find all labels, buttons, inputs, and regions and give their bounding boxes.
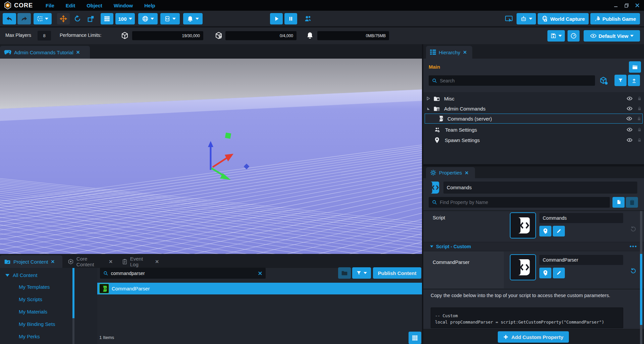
tab-event-log[interactable]: Event Log ✕ bbox=[118, 255, 163, 268]
properties-tab-close-icon[interactable]: ✕ bbox=[465, 170, 469, 176]
triangle-expanded-icon[interactable] bbox=[427, 107, 430, 111]
triangle-collapsed-icon[interactable] bbox=[427, 96, 430, 100]
script-custom-section-header[interactable]: Script - Custom ••• bbox=[423, 242, 644, 251]
minimize-button[interactable] bbox=[613, 3, 619, 8]
publish-content-button[interactable]: Publish Content bbox=[373, 267, 421, 279]
code-snippet-block[interactable]: -- Custom local propCommandParser = scri… bbox=[431, 307, 623, 328]
find-script-in-content-button[interactable] bbox=[539, 226, 551, 236]
menu-edit[interactable]: Edit bbox=[66, 3, 75, 8]
close-button[interactable] bbox=[635, 3, 640, 8]
scale-tool-button[interactable] bbox=[85, 13, 97, 24]
grid-view-button[interactable] bbox=[409, 332, 421, 344]
multiplayer-preview-button[interactable] bbox=[301, 13, 315, 24]
rotate-tool-button[interactable] bbox=[72, 13, 83, 24]
content-filter-dropdown[interactable] bbox=[352, 267, 371, 279]
play-button[interactable] bbox=[270, 13, 283, 24]
menu-window[interactable]: Window bbox=[114, 3, 133, 8]
content-search-field[interactable] bbox=[111, 271, 256, 276]
find-custom-prop-button[interactable] bbox=[539, 268, 551, 278]
export-template-button[interactable] bbox=[628, 75, 640, 86]
redo-button[interactable] bbox=[17, 13, 31, 24]
max-players-field[interactable]: 8 bbox=[38, 31, 51, 41]
hierarchy-filter-button[interactable] bbox=[614, 75, 627, 86]
pause-button[interactable] bbox=[284, 13, 297, 24]
edit-custom-prop-button[interactable] bbox=[553, 268, 565, 278]
content-search-input[interactable] bbox=[100, 268, 266, 279]
hierarchy-search-input[interactable] bbox=[429, 75, 595, 86]
save-dropdown[interactable] bbox=[547, 30, 565, 42]
screen-share-button[interactable] bbox=[502, 13, 515, 24]
tab-core-content[interactable]: Core Content ✕ bbox=[64, 255, 117, 268]
tree-row-admin-commands[interactable]: Admin Commands bbox=[425, 104, 643, 114]
visibility-eye-icon[interactable] bbox=[627, 95, 633, 101]
lock-icon[interactable] bbox=[637, 96, 642, 101]
menu-file[interactable]: File bbox=[46, 3, 54, 8]
sidebar-item-my-perks[interactable]: My Perks bbox=[19, 334, 40, 339]
default-view-dropdown[interactable]: Default View bbox=[584, 30, 640, 42]
bot-tools-dropdown[interactable] bbox=[517, 13, 536, 24]
custom-prop-asset-slot[interactable] bbox=[510, 254, 536, 280]
performance-gauge-button[interactable] bbox=[568, 30, 580, 42]
custom-prop-value-field[interactable]: CommandParser bbox=[539, 255, 623, 265]
visibility-eye-icon[interactable] bbox=[626, 116, 632, 122]
script-asset-slot[interactable] bbox=[510, 212, 536, 238]
script-value-field[interactable]: Commands bbox=[539, 213, 623, 223]
tree-row-commands-server-selected[interactable]: Commands (server) bbox=[425, 114, 643, 124]
publish-game-button[interactable]: Publish Game bbox=[590, 13, 640, 24]
snap-to-grid-button[interactable] bbox=[101, 13, 113, 24]
lock-icon[interactable] bbox=[637, 137, 642, 143]
networked-filter-icon[interactable] bbox=[599, 76, 608, 85]
lock-icon[interactable] bbox=[637, 127, 642, 132]
restore-button[interactable] bbox=[624, 3, 629, 8]
object-name-field[interactable]: Commands bbox=[443, 182, 637, 194]
sidebar-item-my-templates[interactable]: My Templates bbox=[19, 284, 50, 290]
sidebar-item-all-content[interactable]: All Content bbox=[5, 272, 37, 278]
hierarchy-tab[interactable]: Hierarchy ✕ bbox=[426, 46, 472, 59]
viewport-tab[interactable]: Admin Commands Tutorial ✕ bbox=[0, 46, 90, 59]
cinematic-capture-button[interactable] bbox=[629, 61, 641, 73]
viewport-3d-scene[interactable] bbox=[0, 59, 422, 254]
visibility-eye-icon[interactable] bbox=[627, 106, 633, 112]
visibility-eye-icon[interactable] bbox=[627, 127, 633, 133]
lock-icon[interactable] bbox=[637, 106, 642, 111]
gizmo-scale-handle[interactable] bbox=[225, 133, 231, 139]
tree-row-misc[interactable]: Misc bbox=[425, 93, 643, 104]
sidebar-item-my-binding-sets[interactable]: My Binding Sets bbox=[19, 321, 55, 327]
find-property-field[interactable] bbox=[440, 200, 606, 205]
grid-size-dropdown[interactable]: 100 bbox=[115, 13, 135, 24]
selection-mode-dropdown[interactable] bbox=[34, 13, 52, 24]
tab-close-icon[interactable]: ✕ bbox=[109, 259, 113, 264]
tree-row-team-settings[interactable]: Team Settings bbox=[425, 125, 643, 135]
script-generator-dropdown[interactable] bbox=[160, 13, 180, 24]
menu-object[interactable]: Object bbox=[87, 3, 102, 8]
sidebar-item-my-materials[interactable]: My Materials bbox=[19, 309, 47, 315]
open-folder-button[interactable] bbox=[338, 267, 351, 279]
paste-properties-button[interactable] bbox=[626, 197, 638, 208]
properties-scrollbar-thumb[interactable] bbox=[640, 254, 642, 325]
reset-script-icon[interactable] bbox=[630, 226, 637, 232]
move-tool-button[interactable] bbox=[57, 13, 70, 24]
undo-button[interactable] bbox=[3, 13, 16, 24]
content-item-row-selected[interactable]: CommandParser bbox=[97, 283, 422, 294]
tab-close-icon[interactable]: ✕ bbox=[51, 259, 55, 264]
find-property-input[interactable] bbox=[429, 197, 610, 208]
hierarchy-tab-close-icon[interactable]: ✕ bbox=[463, 50, 467, 55]
viewport-tab-close-icon[interactable]: ✕ bbox=[76, 50, 80, 55]
tree-row-spawn-settings[interactable]: Spawn Settings bbox=[425, 135, 643, 145]
sidebar-item-my-scripts[interactable]: My Scripts bbox=[19, 296, 42, 302]
world-capture-button[interactable]: World Capture bbox=[538, 13, 589, 24]
visibility-eye-icon[interactable] bbox=[627, 137, 633, 143]
reset-custom-prop-icon[interactable] bbox=[630, 268, 637, 274]
tab-project-content[interactable]: Project Content ✕ bbox=[0, 255, 62, 268]
hierarchy-search-field[interactable] bbox=[440, 78, 592, 83]
properties-tab[interactable]: Properties ✕ bbox=[426, 167, 475, 178]
copy-properties-button[interactable] bbox=[612, 197, 625, 208]
menu-help[interactable]: Help bbox=[144, 3, 155, 8]
sidebar-scrollbar-thumb[interactable] bbox=[72, 268, 74, 318]
tab-close-icon[interactable]: ✕ bbox=[155, 259, 159, 264]
object-spawn-dropdown[interactable] bbox=[183, 13, 203, 24]
clear-search-icon[interactable] bbox=[258, 271, 262, 276]
section-menu-icon[interactable]: ••• bbox=[630, 244, 637, 250]
lock-icon[interactable] bbox=[637, 116, 642, 121]
edit-script-button[interactable] bbox=[553, 226, 565, 236]
